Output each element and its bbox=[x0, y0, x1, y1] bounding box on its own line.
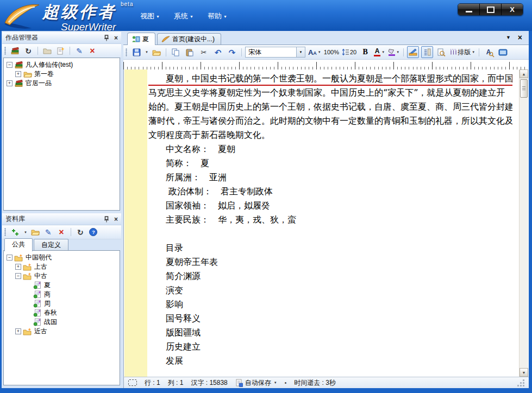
layout-button[interactable]: 排版 ▼ bbox=[449, 46, 475, 58]
menu-item[interactable]: 帮助▼ bbox=[208, 11, 227, 21]
import-work-icon[interactable] bbox=[10, 46, 20, 56]
help-icon[interactable]: ? bbox=[89, 227, 98, 237]
preview-button[interactable] bbox=[435, 46, 447, 58]
document-page[interactable]: 夏朝，中国史书记载的第一个世袭王朝。一般认为夏朝是一个部落联盟形式的国家，而中国… bbox=[148, 69, 512, 377]
document-line[interactable]: 版图疆域 bbox=[148, 326, 512, 340]
tree-expander[interactable] bbox=[15, 264, 21, 270]
pin-icon[interactable] bbox=[104, 35, 109, 41]
close-panel-icon[interactable]: × bbox=[114, 215, 118, 223]
save-button[interactable] bbox=[130, 46, 142, 58]
document-line[interactable]: 简称： 夏 bbox=[148, 156, 512, 170]
document-line[interactable]: 简介渊源 bbox=[148, 269, 512, 283]
document-line[interactable]: 国号释义 bbox=[148, 312, 512, 326]
save-dropdown-icon[interactable]: ▼ bbox=[145, 50, 148, 54]
ruler-toggle-button[interactable] bbox=[407, 46, 419, 58]
close-panel-icon[interactable]: × bbox=[114, 34, 118, 42]
document-line[interactable]: 马克思主义史学将夏朝定性为一个奴隶制国家。中国历史上的“家天下”，就是从夏朝的建… bbox=[148, 86, 512, 100]
tree-expander[interactable] bbox=[7, 255, 12, 261]
outline-toggle-button[interactable] bbox=[421, 46, 433, 58]
tree-item[interactable]: 中古 bbox=[5, 271, 118, 281]
minimize-button[interactable] bbox=[458, 4, 480, 15]
edit-icon[interactable]: ✎ bbox=[74, 46, 84, 56]
new-document-icon[interactable] bbox=[55, 46, 65, 56]
tree-item[interactable]: 上古 bbox=[5, 262, 118, 271]
menu-item[interactable]: 视图▼ bbox=[140, 11, 160, 21]
document-line[interactable]: 目录 bbox=[148, 241, 512, 255]
vertical-scrollbar[interactable]: ▲ ▼ bbox=[519, 69, 528, 377]
tree-item[interactable]: 夏 bbox=[5, 281, 118, 290]
refresh-icon[interactable]: ↻ bbox=[23, 46, 33, 56]
document-line[interactable]: 政治体制： 君主专制政体 bbox=[148, 185, 512, 199]
tab-custom[interactable]: 自定义 bbox=[34, 239, 68, 251]
document-line[interactable]: 所属洲： 亚洲 bbox=[148, 170, 512, 185]
add-entry-icon[interactable] bbox=[10, 227, 20, 237]
autosave-control[interactable]: 自动保存 ▼ bbox=[235, 378, 277, 388]
open-folder-icon[interactable] bbox=[30, 227, 40, 237]
selection-mode-icon[interactable] bbox=[128, 379, 137, 386]
edit-icon[interactable]: ✎ bbox=[43, 227, 53, 237]
line-spacing-button[interactable]: 20 bbox=[341, 46, 357, 58]
document-line[interactable]: 发展 bbox=[148, 354, 512, 368]
close-button[interactable]: X bbox=[502, 4, 523, 15]
tree-expander[interactable] bbox=[15, 71, 21, 77]
document-line[interactable]: 中文名称： 夏朝 bbox=[148, 142, 512, 156]
tree-expander[interactable] bbox=[15, 273, 21, 279]
font-select[interactable]: 宋体 ▼ bbox=[245, 47, 305, 58]
zoom-level[interactable]: 100% bbox=[324, 49, 339, 55]
document-line[interactable]: 主要民族： 华，夷，戎、狄，蛮 bbox=[148, 213, 512, 227]
delete-icon[interactable]: × bbox=[87, 46, 97, 56]
menu-item[interactable]: 系统▼ bbox=[174, 11, 193, 21]
tree-item[interactable]: 中国朝代 bbox=[5, 253, 118, 262]
tree-item[interactable]: 周 bbox=[5, 299, 118, 308]
document-line[interactable]: 始的。夏王朝是中国历史上的第一个王朝，依据史书记载，自唐、虞至夏、商、周三代皆分… bbox=[148, 100, 512, 114]
tree-expander[interactable] bbox=[7, 80, 12, 86]
tree-expander[interactable] bbox=[7, 62, 12, 68]
tab-list-dropdown-icon[interactable]: ▼ bbox=[506, 35, 511, 40]
document-area[interactable]: 夏朝，中国史书记载的第一个世袭王朝。一般认为夏朝是一个部落联盟形式的国家，而中国… bbox=[123, 69, 529, 377]
tree-item[interactable]: 商 bbox=[5, 290, 118, 299]
tree-item[interactable]: 战国 bbox=[5, 318, 118, 327]
tab-xia[interactable]: 夏 bbox=[127, 33, 155, 45]
refresh-icon[interactable]: ↻ bbox=[76, 227, 85, 237]
redo-button[interactable]: ↷ bbox=[226, 46, 238, 58]
document-line[interactable]: 历史建立 bbox=[148, 340, 512, 354]
tree-item[interactable]: 凡人修仙传(test) bbox=[5, 60, 118, 69]
document-line[interactable]: 文明程度高于新石器晚期文化。 bbox=[148, 128, 512, 142]
document-line[interactable]: 影响 bbox=[148, 297, 512, 312]
scrollbar-thumb[interactable] bbox=[520, 79, 528, 98]
tree-item[interactable]: 官居一品 bbox=[5, 79, 118, 88]
tab-homepage[interactable]: 首页(建设中...) bbox=[157, 33, 221, 45]
fullscreen-button[interactable] bbox=[497, 46, 509, 58]
open-button[interactable] bbox=[151, 46, 162, 58]
delete-icon[interactable]: × bbox=[57, 227, 66, 237]
maximize-button[interactable] bbox=[480, 4, 502, 15]
close-document-icon[interactable]: × bbox=[518, 34, 522, 41]
find-button[interactable]: A bbox=[483, 46, 495, 58]
document-line[interactable]: 演变 bbox=[148, 283, 512, 297]
folder-icon[interactable] bbox=[42, 46, 52, 56]
tree-item[interactable]: 第一卷 bbox=[5, 69, 118, 79]
undo-button[interactable]: ↶ bbox=[212, 46, 224, 58]
chevron-down-icon[interactable]: ▼ bbox=[24, 231, 27, 234]
pin-icon[interactable] bbox=[104, 216, 109, 223]
font-size-button[interactable]: AA▼ bbox=[308, 46, 322, 58]
scroll-down-button[interactable]: ▼ bbox=[520, 368, 528, 377]
scroll-up-button[interactable]: ▲ bbox=[520, 69, 528, 78]
document-line[interactable]: 夏朝，中国史书记载的第一个世袭王朝。一般认为夏朝是一个部落联盟形式的国家，而中国 bbox=[148, 72, 512, 86]
cut-button[interactable]: ✂ bbox=[198, 46, 210, 58]
document-line[interactable]: 国家领袖： 姒启，姒履癸 bbox=[148, 199, 512, 213]
resize-grip[interactable] bbox=[517, 379, 524, 386]
tab-public[interactable]: 公共 bbox=[4, 238, 33, 251]
tree-item[interactable]: 春秋 bbox=[5, 308, 118, 318]
tree-item[interactable]: 近古 bbox=[5, 327, 118, 336]
bold-button[interactable]: B bbox=[359, 46, 371, 58]
paste-button[interactable] bbox=[184, 46, 196, 58]
font-color-button[interactable]: A▼ bbox=[373, 46, 385, 58]
document-line[interactable]: 夏朝帝王年表 bbox=[148, 255, 512, 269]
document-line[interactable]: 藩时代，帝王与诸侯分而治之。此时期的文物中有一定数量的青铜和玉制的礼器，所以其文… bbox=[148, 114, 512, 128]
tree-expander[interactable] bbox=[15, 328, 21, 334]
highlight-color-button[interactable]: ▼ bbox=[387, 46, 400, 58]
document-line[interactable] bbox=[148, 227, 512, 241]
ruler[interactable] bbox=[123, 60, 529, 70]
copy-button[interactable] bbox=[170, 46, 181, 58]
